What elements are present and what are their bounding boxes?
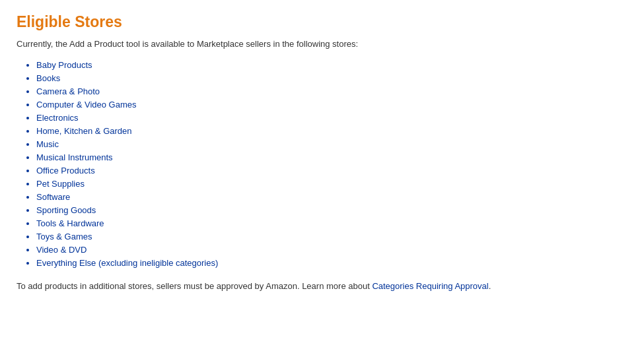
list-item: Baby Products — [36, 58, 627, 71]
list-item: Musical Instruments — [36, 150, 627, 164]
list-item: Office Products — [36, 164, 627, 177]
list-item: Books — [36, 71, 627, 84]
page-title: Eligible Stores — [17, 13, 627, 31]
footer-text-after-link: . — [489, 281, 491, 291]
categories-requiring-approval-link[interactable]: Categories Requiring Approval — [372, 281, 488, 291]
list-item: Tools & Hardware — [36, 216, 627, 230]
list-item: Video & DVD — [36, 243, 627, 256]
subtitle-text: Currently, the Add a Product tool is ava… — [17, 39, 627, 49]
footer-text-before-link: To add products in additional stores, se… — [17, 281, 372, 291]
list-item: Home, Kitchen & Garden — [36, 124, 627, 137]
list-item: Toys & Games — [36, 230, 627, 243]
list-item: Everything Else (excluding ineligible ca… — [36, 256, 627, 269]
list-item: Computer & Video Games — [36, 98, 627, 111]
footer-note: To add products in additional stores, se… — [17, 281, 627, 291]
list-item: Camera & Photo — [36, 84, 627, 98]
list-item: Sporting Goods — [36, 203, 627, 216]
list-item: Music — [36, 137, 627, 150]
list-item: Electronics — [36, 111, 627, 124]
eligible-stores-list: Baby ProductsBooksCamera & PhotoComputer… — [17, 58, 627, 269]
list-item: Software — [36, 190, 627, 203]
list-item: Pet Supplies — [36, 177, 627, 190]
